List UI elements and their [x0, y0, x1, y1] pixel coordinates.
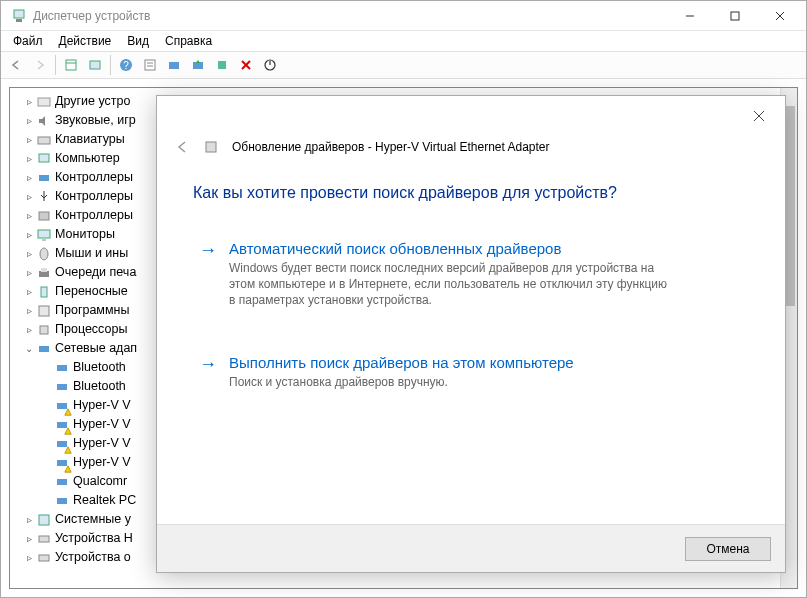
toolbar: ? [1, 51, 806, 79]
keyboard-icon [36, 132, 52, 148]
menu-help[interactable]: Справка [157, 32, 220, 50]
option-description: Windows будет вести поиск последних верс… [229, 260, 669, 308]
svg-rect-41 [57, 479, 67, 485]
svg-rect-44 [39, 536, 49, 542]
tree-label: Устройства H [55, 529, 133, 548]
help-icon[interactable]: ? [115, 54, 137, 76]
expand-icon[interactable]: ▹ [22, 149, 36, 168]
show-hidden-icon[interactable] [60, 54, 82, 76]
network-adapter-warning-icon [54, 417, 70, 433]
menubar: Файл Действие Вид Справка [1, 31, 806, 51]
expand-icon[interactable]: ▹ [22, 225, 36, 244]
expand-icon[interactable]: ▹ [22, 187, 36, 206]
storage-icon [36, 208, 52, 224]
svg-rect-15 [193, 62, 203, 69]
svg-rect-11 [145, 60, 155, 70]
menu-file[interactable]: Файл [5, 32, 51, 50]
expand-icon[interactable]: ▹ [22, 263, 36, 282]
properties-icon[interactable] [139, 54, 161, 76]
maximize-button[interactable] [712, 1, 757, 30]
expand-icon[interactable]: ▹ [22, 111, 36, 130]
svg-rect-23 [39, 154, 49, 162]
disable-icon[interactable] [235, 54, 257, 76]
option-title: Выполнить поиск драйверов на этом компью… [229, 354, 574, 371]
computer-icon [36, 151, 52, 167]
forward-icon[interactable] [29, 54, 51, 76]
svg-rect-32 [39, 306, 49, 316]
expand-icon[interactable]: ▹ [22, 206, 36, 225]
svg-rect-6 [66, 60, 76, 70]
update-driver-icon[interactable] [187, 54, 209, 76]
menu-action[interactable]: Действие [51, 32, 120, 50]
svg-rect-30 [41, 268, 47, 272]
arrow-right-icon: → [199, 354, 217, 390]
network-adapter-icon [54, 474, 70, 490]
tree-label: Hyper-V V [73, 396, 131, 415]
svg-rect-8 [90, 61, 100, 69]
collapse-icon[interactable]: ⌄ [22, 339, 36, 358]
tree-label: Клавиатуры [55, 130, 125, 149]
dialog-header: Обновление драйверов - Hyper-V Virtual E… [157, 136, 785, 166]
expand-icon[interactable]: ▹ [22, 320, 36, 339]
update-driver-dialog: Обновление драйверов - Hyper-V Virtual E… [156, 95, 786, 573]
expand-icon[interactable]: ▹ [22, 168, 36, 187]
svg-rect-1 [16, 19, 22, 22]
svg-rect-34 [39, 346, 49, 352]
expand-icon[interactable]: ▹ [22, 510, 36, 529]
minimize-button[interactable] [667, 1, 712, 30]
svg-text:?: ? [123, 60, 129, 71]
option-auto-search[interactable]: → Автоматический поиск обновленных драйв… [193, 230, 749, 318]
back-icon[interactable] [5, 54, 27, 76]
tree-label: Мониторы [55, 225, 115, 244]
expand-icon[interactable]: ▹ [22, 548, 36, 567]
tree-label: Переносные [55, 282, 128, 301]
svg-rect-24 [39, 175, 49, 181]
expand-icon[interactable]: ▹ [22, 301, 36, 320]
tree-label: Контроллеры [55, 168, 133, 187]
dialog-close-button[interactable] [739, 101, 779, 131]
network-adapter-icon [54, 379, 70, 395]
tree-label: Bluetooth [73, 377, 126, 396]
tree-label: Bluetooth [73, 358, 126, 377]
option-description: Поиск и установка драйверов вручную. [229, 374, 574, 390]
expand-icon[interactable]: ▹ [22, 529, 36, 548]
expand-icon[interactable]: ▹ [22, 244, 36, 263]
svg-rect-25 [39, 212, 49, 220]
dialog-question: Как вы хотите провести поиск драйверов д… [193, 184, 749, 202]
tree-label: Мыши и ины [55, 244, 128, 263]
svg-rect-43 [39, 515, 49, 525]
svg-rect-31 [41, 287, 47, 297]
scan-icon[interactable] [163, 54, 185, 76]
option-browse-computer[interactable]: → Выполнить поиск драйверов на этом комп… [193, 344, 749, 400]
svg-rect-22 [38, 137, 50, 144]
dialog-title: Обновление драйверов - Hyper-V Virtual E… [232, 140, 550, 154]
view-icon[interactable] [84, 54, 106, 76]
expand-icon[interactable]: ▹ [22, 130, 36, 149]
close-button[interactable] [757, 1, 802, 30]
driver-icon [203, 139, 219, 155]
network-adapter-warning-icon [54, 455, 70, 471]
cancel-button[interactable]: Отмена [685, 537, 771, 561]
svg-rect-3 [731, 12, 739, 20]
window-controls [667, 1, 802, 30]
titlebar: Диспетчер устройств [1, 1, 806, 31]
dialog-body: Как вы хотите провести поиск драйверов д… [157, 166, 785, 524]
back-arrow-icon[interactable] [171, 136, 193, 158]
tree-label: Контроллеры [55, 187, 133, 206]
enable-icon[interactable] [259, 54, 281, 76]
menu-view[interactable]: Вид [119, 32, 157, 50]
network-adapter-warning-icon [54, 398, 70, 414]
tree-label: Устройства о [55, 548, 131, 567]
svg-rect-48 [206, 142, 216, 152]
tree-label: Hyper-V V [73, 434, 131, 453]
tree-label: Очереди печа [55, 263, 136, 282]
uninstall-icon[interactable] [211, 54, 233, 76]
expand-icon[interactable]: ▹ [22, 282, 36, 301]
tree-label: Звуковые, игр [55, 111, 136, 130]
cpu-icon [36, 322, 52, 338]
option-title: Автоматический поиск обновленных драйвер… [229, 240, 669, 257]
svg-rect-42 [57, 498, 67, 504]
expand-icon[interactable]: ▹ [22, 92, 36, 111]
tree-label: Другие устро [55, 92, 130, 111]
network-adapter-icon [54, 360, 70, 376]
